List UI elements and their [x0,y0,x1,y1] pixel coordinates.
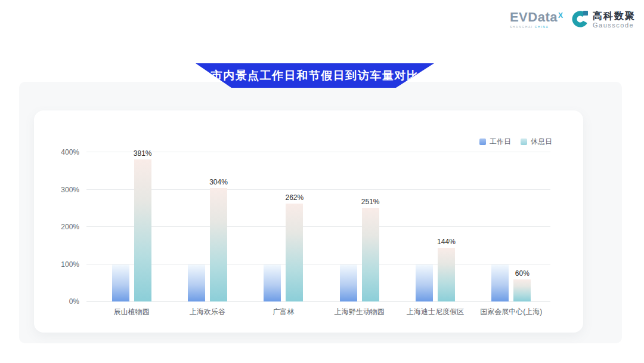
y-axis-tick: 400% [42,147,79,157]
content-panel: 工作日休息日 0%100%200%300%400% 381%辰山植物园304%上… [19,82,622,343]
bar-restday: 262% [286,204,303,302]
x-axis-label: 国家会展中心(上海) [480,307,542,317]
bar-value-label: 251% [361,198,380,206]
gausscode-logo: 高科数聚 Gausscode [571,10,636,30]
bar-value-label: 381% [134,149,152,158]
legend-item-restday[interactable]: 休息日 [521,137,552,147]
bar-value-label: 304% [209,178,228,186]
plot-area: 381%辰山植物园304%上海欢乐谷262%广富林251%上海野生动物园144%… [86,152,550,302]
bar-workday [340,264,357,302]
x-axis-label: 辰山植物园 [114,307,150,317]
bar-group: 251%上海野生动物园 [321,152,397,302]
bar-group: 304%上海欢乐谷 [169,152,245,302]
bar-value-label: 60% [515,269,530,278]
bar-group: 144%上海迪士尼度假区 [397,152,473,302]
chart-title: 市内景点工作日和节假日到访车量对比 [211,68,419,84]
legend-item-workday[interactable]: 工作日 [479,137,511,147]
bar-group: 262%广富林 [246,152,321,302]
bar-restday: 60% [513,279,531,302]
bar-workday [264,264,281,302]
bar-restday: 144% [438,248,455,302]
y-axis-tick: 0% [42,297,79,306]
gausscode-texts: 高科数聚 Gausscode [593,11,636,29]
bar-group: 381%辰山植物园 [94,152,169,302]
legend-label-workday: 工作日 [490,137,511,147]
y-axis: 0%100%200%300%400% [42,152,79,302]
evdata-wordmark: EVDataX [510,11,563,24]
bar-workday [188,264,205,302]
legend-label-restday: 休息日 [531,137,552,147]
bar-group: 60%国家会展中心(上海) [473,152,549,302]
evdata-tagline: SHANGHAI CHINA [510,25,549,29]
bar-value-label: 262% [285,193,304,202]
legend-marker-restday [521,139,527,145]
chart-card: 工作日休息日 0%100%200%300%400% 381%辰山植物园304%上… [34,110,583,333]
chart-legend: 工作日休息日 [479,137,552,147]
evdata-logo: EVDataX SHANGHAI CHINA [510,11,563,29]
gausscode-g-icon [571,10,589,30]
evdata-tagline-left: SHANGHAI [510,25,533,29]
gausscode-name-cn: 高科数聚 [593,11,636,21]
gausscode-name-en: Gausscode [593,21,636,29]
y-axis-tick: 300% [42,185,79,195]
evdata-wordmark-text: EVData [510,10,558,24]
bar-groups: 381%辰山植物园304%上海欢乐谷262%广富林251%上海野生动物园144%… [94,152,549,302]
bar-workday [416,264,433,302]
x-axis-label: 广富林 [273,307,294,317]
evdata-x-mark: X [558,11,563,20]
chart-title-banner: 市内景点工作日和节假日到访车量对比 [196,63,434,88]
evdata-tagline-right: CHINA [535,25,549,29]
bar-restday: 251% [362,208,379,302]
legend-marker-workday [479,139,486,145]
bar-restday: 304% [210,188,227,302]
bar-workday [112,264,129,302]
x-axis-label: 上海欢乐谷 [190,307,225,317]
y-axis-tick: 200% [42,222,79,232]
bar-workday [491,264,509,302]
x-axis-label: 上海野生动物园 [335,307,385,317]
bar-value-label: 144% [437,238,456,246]
header-logos: EVDataX SHANGHAI CHINA 高科数聚 Gausscode [510,10,636,30]
bar-restday: 381% [134,159,151,302]
y-axis-tick: 100% [42,260,79,269]
x-axis-label: 上海迪士尼度假区 [407,307,464,317]
